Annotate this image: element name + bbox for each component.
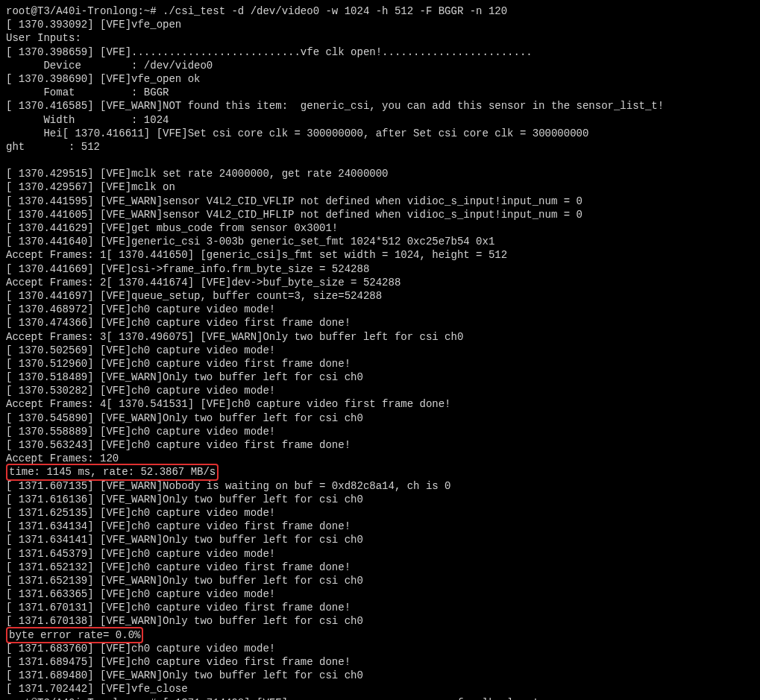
terminal-line: byte error rate= 0.0% (6, 628, 754, 642)
terminal-line: [ 1370.398659] [VFE]....................… (6, 45, 754, 59)
terminal-line (6, 154, 754, 167)
terminal-line: [ 1370.441629] [VFE]get mbus_code from s… (6, 221, 754, 235)
terminal-line: [ 1370.468972] [VFE]ch0 capture video mo… (6, 303, 754, 316)
terminal-line: [ 1371.670138] [VFE_WARN]Only two buffer… (6, 614, 754, 628)
terminal-line: [ 1370.474366] [VFE]ch0 capture video fi… (6, 316, 754, 329)
terminal-line: [ 1370.429515] [VFE]mclk set rate 240000… (6, 167, 754, 180)
terminal-line: [ 1371.663365] [VFE]ch0 capture video mo… (6, 587, 754, 601)
terminal-line: [ 1370.416585] [VFE_WARN]NOT found this … (6, 99, 754, 113)
terminal-line: [ 1371.683760] [VFE]ch0 capture video mo… (6, 642, 754, 655)
terminal-line: [ 1370.393092] [VFE]vfe_open (6, 18, 754, 31)
terminal-line: [ 1371.689475] [VFE]ch0 capture video fi… (6, 655, 754, 669)
terminal-line: root@T3/A40i-Tronlong:~# ./csi_test -d /… (6, 4, 754, 18)
terminal-line: [ 1370.518489] [VFE_WARN]Only two buffer… (6, 371, 754, 384)
highlighted-output: byte error rate= 0.0% (6, 627, 143, 643)
terminal-line: Hei[ 1370.416611] [VFE]Set csi core clk … (6, 127, 754, 140)
terminal-line: [ 1370.545890] [VFE_WARN]Only two buffer… (6, 412, 754, 425)
terminal-line: [ 1371.634134] [VFE]ch0 capture video fi… (6, 520, 754, 533)
terminal-line: [ 1370.441697] [VFE]queue_setup, buffer … (6, 289, 754, 303)
terminal-line: [ 1370.558889] [VFE]ch0 capture video mo… (6, 425, 754, 438)
terminal-line: [ 1370.441605] [VFE_WARN]sensor V4L2_CID… (6, 208, 754, 221)
highlighted-output: time: 1145 ms, rate: 52.3867 MB/s (6, 464, 219, 480)
terminal-line: time: 1145 ms, rate: 52.3867 MB/s (6, 465, 754, 479)
terminal-line: Fomat : BGGR (6, 86, 754, 99)
terminal-line: [ 1370.563243] [VFE]ch0 capture video fi… (6, 438, 754, 452)
terminal-line: [ 1371.634141] [VFE_WARN]Only two buffer… (6, 533, 754, 546)
terminal-line: [ 1370.512960] [VFE]ch0 capture video fi… (6, 357, 754, 371)
terminal-line: [ 1370.398690] [VFE]vfe_open ok (6, 72, 754, 86)
terminal-line: [ 1370.502569] [VFE]ch0 capture video mo… (6, 344, 754, 357)
terminal-line: [ 1371.689480] [VFE_WARN]Only two buffer… (6, 669, 754, 682)
terminal-line: Device : /dev/video0 (6, 59, 754, 72)
terminal-line: root@T3/A40i-Tronlong:~# [ 1371.714498] … (6, 696, 754, 700)
terminal-line: Accept Frames: 1[ 1370.441650] [generic_… (6, 248, 754, 262)
terminal-line: Accept Frames: 4[ 1370.541531] [VFE]ch0 … (6, 397, 754, 411)
terminal-line: [ 1370.530282] [VFE]ch0 capture video mo… (6, 384, 754, 397)
terminal-line: [ 1371.616136] [VFE_WARN]Only two buffer… (6, 493, 754, 506)
terminal-line: Accept Frames: 2[ 1370.441674] [VFE]dev-… (6, 276, 754, 289)
terminal-line: [ 1371.652132] [VFE]ch0 capture video fi… (6, 561, 754, 574)
terminal-line: [ 1371.670131] [VFE]ch0 capture video fi… (6, 601, 754, 614)
terminal-line: [ 1371.625135] [VFE]ch0 capture video mo… (6, 506, 754, 520)
terminal-line: [ 1370.429567] [VFE]mclk on (6, 180, 754, 194)
terminal-line: Accept Frames: 3[ 1370.496075] [VFE_WARN… (6, 330, 754, 344)
terminal-line: [ 1371.652139] [VFE_WARN]Only two buffer… (6, 574, 754, 587)
terminal-line: [ 1371.702442] [VFE]vfe_close (6, 682, 754, 696)
terminal-line: Width : 1024 (6, 113, 754, 127)
terminal-line: ght : 512 (6, 140, 754, 154)
terminal-line: [ 1370.441640] [VFE]generic_csi 3-003b g… (6, 235, 754, 248)
terminal-line: [ 1371.607135] [VFE_WARN]Nobody is waiti… (6, 479, 754, 493)
terminal-line: [ 1370.441669] [VFE]csi->frame_info.frm_… (6, 262, 754, 276)
terminal-line: [ 1370.441595] [VFE_WARN]sensor V4L2_CID… (6, 195, 754, 208)
terminal-line: User Inputs: (6, 31, 754, 45)
terminal-line: [ 1371.645379] [VFE]ch0 capture video mo… (6, 547, 754, 561)
terminal-output[interactable]: root@T3/A40i-Tronlong:~# ./csi_test -d /… (0, 0, 760, 700)
